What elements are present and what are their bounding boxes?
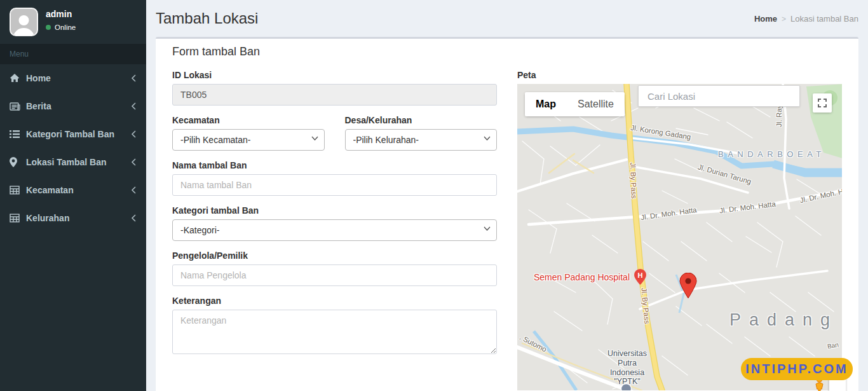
sidebar-item-label: Kecamatan <box>26 185 131 195</box>
form-box: Form tambal Ban ID Lokasi Kecamatan <box>156 37 858 391</box>
university-label: Universitas Putra Indonesia "YPTK" <box>595 349 659 387</box>
sidebar-item-berita[interactable]: Berita <box>0 92 146 120</box>
map-search-input[interactable] <box>638 85 800 107</box>
satellite-tab[interactable]: Satellite <box>567 92 625 116</box>
sidebar-item-lokasi-tambal-ban[interactable]: Lokasi Tambal Ban <box>0 148 146 176</box>
user-panel: admin Online <box>0 0 146 44</box>
id-lokasi-field[interactable] <box>172 84 497 106</box>
person-icon <box>11 11 37 36</box>
kecamatan-select[interactable]: -Pilih Kecamatan- <box>172 129 325 151</box>
breadcrumb: Home > Lokasi tambal Ban <box>754 14 858 24</box>
kecamatan-label: Kecamatan <box>172 115 325 125</box>
peta-label: Peta <box>517 70 842 80</box>
map-canvas[interactable]: Jl. Korong Gadang BANDARBOEAT Jl. Durian… <box>517 84 842 390</box>
app-window: admin Online Menu Home <box>0 0 868 391</box>
kategori-label: Kategori tambal Ban <box>172 205 497 216</box>
city-label: Padang <box>729 310 838 330</box>
map-tab[interactable]: Map <box>525 92 567 116</box>
list-icon <box>10 130 26 139</box>
sidebar-item-home[interactable]: Home <box>0 64 146 92</box>
home-icon <box>10 73 26 83</box>
keterangan-label: Keterangan <box>172 296 497 306</box>
fullscreen-button[interactable] <box>813 93 832 113</box>
sidebar-item-label: Berita <box>26 101 131 111</box>
sidebar-item-label: Kelurahan <box>26 213 131 223</box>
user-name: admin <box>46 9 76 19</box>
kelurahan-label: Desa/Kelurahan <box>345 115 498 125</box>
chevron-left-icon <box>131 102 137 110</box>
chevron-left-icon <box>131 186 137 194</box>
kategori-select[interactable]: -Kategori- <box>172 219 497 241</box>
id-lokasi-label: ID Lokasi <box>172 70 497 80</box>
chevron-left-icon <box>131 214 137 222</box>
sidebar-item-kategori-tambal-ban[interactable]: Kategori Tambal Ban <box>0 120 146 148</box>
chevron-left-icon <box>131 74 137 82</box>
user-status-link[interactable]: Online <box>46 24 76 31</box>
pengelola-field[interactable] <box>172 264 497 286</box>
table-icon <box>10 186 26 195</box>
breadcrumb-home-link[interactable]: Home <box>754 14 777 24</box>
sidebar-menu: Home Berita Kategori Tambal Ban <box>0 64 146 232</box>
chevron-left-icon <box>131 158 137 166</box>
chevron-left-icon <box>131 130 137 138</box>
sidebar-item-label: Home <box>26 73 131 83</box>
sidebar-item-label: Kategori Tambal Ban <box>26 129 131 139</box>
user-status-label: Online <box>55 24 76 31</box>
newspaper-icon <box>10 102 26 111</box>
nama-tambal-ban-label: Nama tambal Ban <box>172 160 497 170</box>
keterangan-field[interactable] <box>172 310 497 354</box>
avatar <box>10 8 38 36</box>
kelurahan-select[interactable]: -Pilih Kelurahan- <box>345 129 498 151</box>
university-poi-icon[interactable] <box>621 383 632 390</box>
hospital-pin-icon[interactable]: H <box>634 269 646 285</box>
svg-text:H: H <box>638 271 643 279</box>
box-title: Form tambal Ban <box>162 45 852 58</box>
pengelola-label: Pengelola/Pemilik <box>172 250 497 261</box>
breadcrumb-separator: > <box>782 15 786 24</box>
nama-tambal-ban-field[interactable] <box>172 174 497 196</box>
fullscreen-icon <box>818 99 827 107</box>
area-label: BANDARBOEAT <box>718 149 825 159</box>
watermark-badge: INTIPHP.COM <box>741 358 853 380</box>
map-tiles <box>517 84 842 390</box>
green-dot-icon <box>46 25 51 30</box>
map-type-control: Map Satellite <box>525 92 625 116</box>
sidebar-item-label: Lokasi Tambal Ban <box>26 157 131 167</box>
sidebar-item-kecamatan[interactable]: Kecamatan <box>0 176 146 204</box>
hospital-label: Semen Padang Hospital <box>534 272 630 282</box>
table-icon <box>10 214 26 223</box>
map-marker-icon <box>10 157 26 167</box>
sidebar-item-kelurahan[interactable]: Kelurahan <box>0 204 146 232</box>
sidebar: admin Online Menu Home <box>0 0 146 391</box>
form-column: ID Lokasi Kecamatan -Pilih Kecamatan- <box>162 70 507 390</box>
location-marker-icon[interactable] <box>679 273 697 299</box>
breadcrumb-current: Lokasi tambal Ban <box>790 14 858 24</box>
road-label: Jl. By Pass <box>629 162 638 198</box>
map-column: Peta <box>507 70 852 390</box>
sidebar-section-label: Menu <box>0 44 146 64</box>
content-area: Tambah Lokasi Home > Lokasi tambal Ban F… <box>146 0 868 391</box>
page-title: Tambah Lokasi <box>156 10 858 27</box>
